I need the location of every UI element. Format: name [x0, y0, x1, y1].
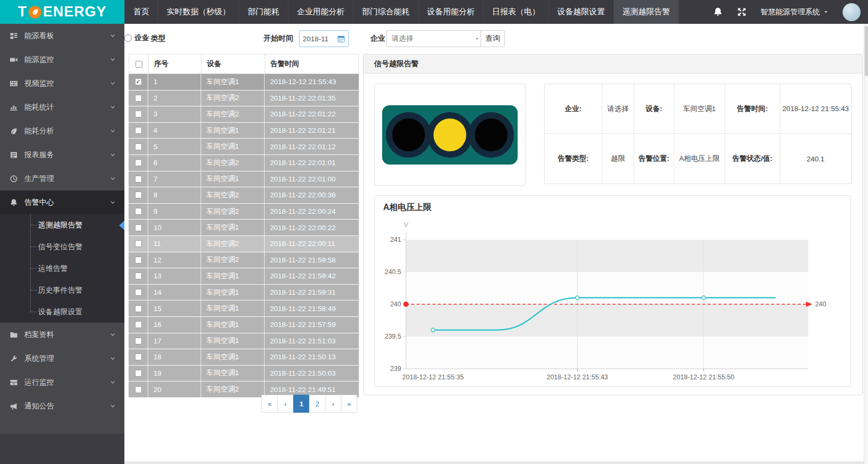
enterprise-label: 企业: [370, 34, 385, 43]
nav-item[interactable]: 设备越限设置: [548, 0, 613, 24]
row-device: 车间空调2: [201, 236, 264, 252]
chevron-down-icon: [110, 356, 116, 362]
row-checkbox[interactable]: [135, 159, 142, 166]
page-button[interactable]: ›: [325, 395, 341, 413]
sidebar-item[interactable]: 报表服务: [0, 143, 124, 167]
start-time-input[interactable]: 2018-11: [299, 30, 349, 47]
type-radio-option[interactable]: 设备: [124, 33, 149, 43]
sidebar-item-alarm-center[interactable]: 告警中心: [0, 190, 124, 214]
nav-item[interactable]: 遥测越限告警: [613, 0, 679, 24]
vertical-scrollbar[interactable]: [864, 24, 868, 464]
row-checkbox[interactable]: [135, 192, 142, 198]
sidebar-subitem[interactable]: 信号变位告警: [0, 236, 124, 258]
nav-item[interactable]: 首页: [124, 0, 158, 24]
page-button[interactable]: ‹: [277, 395, 294, 413]
radio-icon: [124, 34, 132, 42]
row-device: 车间空调2: [201, 155, 264, 171]
sidebar-item[interactable]: 通知公告: [0, 394, 124, 418]
bell-icon[interactable]: [713, 7, 723, 17]
table-row[interactable]: 4 车间空调1 2018-11-22 22:01:21: [129, 123, 359, 139]
row-checkbox[interactable]: [135, 240, 142, 247]
table-row[interactable]: 12 车间空调2 2018-11-22 21:59:58: [129, 252, 359, 269]
page-button[interactable]: 2: [309, 395, 326, 413]
table-row[interactable]: 16 车间空调1 2018-11-22 21:57:59: [129, 317, 359, 333]
table-row[interactable]: 11 车间空调2 2018-11-22 22:00:11: [129, 236, 359, 252]
row-time: 2018-11-22 21:59:42: [264, 268, 359, 284]
sidebar-item[interactable]: 运行监控: [0, 370, 124, 394]
row-checkbox[interactable]: [135, 386, 142, 393]
sidebar-subitem[interactable]: 遥测越限告警: [0, 214, 124, 236]
table-row[interactable]: 19 车间空调1 2018-11-22 21:50:03: [129, 366, 359, 382]
sidebar-subitem[interactable]: 运维告警: [0, 258, 124, 279]
nav-item[interactable]: 企业用能分析: [288, 0, 353, 24]
sidebar-item[interactable]: 生产管理: [0, 167, 124, 190]
row-no: 19: [148, 366, 201, 381]
row-device: 车间空调1: [201, 74, 264, 90]
sidebar-item[interactable]: 能源看板: [0, 24, 124, 48]
table-row[interactable]: 15 车间空调1 2018-11-22 21:58:49: [129, 301, 359, 317]
row-checkbox[interactable]: [135, 338, 142, 344]
table-row[interactable]: 18 车间空调1 2018-11-22 21:50:13: [129, 349, 359, 366]
row-checkbox[interactable]: [135, 143, 142, 150]
table-row[interactable]: 5 车间空调1 2018-11-22 22:01:12: [129, 139, 359, 155]
table-row[interactable]: 7 车间空调1 2018-11-22 22:01:00: [129, 171, 359, 188]
table-row[interactable]: 17 车间空调1 2018-11-22 21:51:03: [129, 333, 359, 350]
row-checkbox[interactable]: [135, 272, 142, 279]
row-checkbox[interactable]: [135, 176, 142, 183]
avatar[interactable]: [843, 3, 861, 21]
query-button[interactable]: 查询: [481, 30, 505, 47]
nav-item[interactable]: 部门能耗: [239, 0, 288, 24]
row-time: 2018-11-22 22:01:00: [264, 171, 359, 187]
sidebar-item[interactable]: 能耗统计: [0, 95, 124, 119]
voltage-chart-card: A相电压上限 239239.5240240.52412018-12-12 21:…: [374, 195, 851, 387]
bar-chart-icon: [10, 103, 18, 112]
nav-item[interactable]: 日报表（电）: [483, 0, 548, 24]
row-time: 2018-11-22 22:00:11: [264, 236, 359, 252]
sidebar-item[interactable]: 档案资料: [0, 323, 124, 347]
enterprise-select[interactable]: 请选择: [386, 30, 485, 47]
scrollbar-thumb[interactable]: [865, 26, 868, 76]
row-checkbox[interactable]: [135, 78, 142, 85]
sidebar-subitem[interactable]: 设备越限设置: [0, 301, 124, 323]
row-checkbox[interactable]: [135, 127, 142, 134]
page-button[interactable]: »: [341, 395, 357, 413]
fullscreen-icon[interactable]: [737, 7, 747, 17]
row-checkbox[interactable]: [135, 305, 142, 312]
system-name-dropdown[interactable]: 智慧能源管理系统: [761, 7, 829, 17]
table-row[interactable]: 8 车间空调2 2018-11-22 22:00:36: [129, 187, 359, 204]
row-checkbox[interactable]: [135, 208, 142, 215]
table-row[interactable]: 2 车间空调2 2018-11-22 22:01:35: [129, 90, 359, 107]
table-row[interactable]: 6 车间空调2 2018-11-22 22:01:01: [129, 155, 359, 171]
row-device: 车间空调2: [201, 381, 264, 397]
sidebar: 能源看板 能源监控 视频监控 能耗统计: [0, 24, 124, 464]
row-checkbox[interactable]: [135, 289, 142, 296]
table-row[interactable]: 1 车间空调1 2018-12-12 21:55:43: [129, 74, 359, 90]
sidebar-item[interactable]: 系统管理: [0, 347, 124, 370]
sidebar-item[interactable]: 能耗分析: [0, 119, 124, 143]
page-button[interactable]: «: [261, 395, 278, 413]
page-button[interactable]: 1: [293, 395, 310, 413]
nav-item[interactable]: 部门综合能耗: [353, 0, 418, 24]
row-checkbox[interactable]: [135, 95, 142, 102]
table-row[interactable]: 10 车间空调1 2018-11-22 22:00:22: [129, 220, 359, 236]
row-checkbox[interactable]: [135, 224, 142, 231]
select-all-checkbox[interactable]: [135, 61, 142, 68]
calendar-icon[interactable]: [337, 35, 345, 43]
sidebar-item[interactable]: 视频监控: [0, 71, 124, 95]
row-checkbox[interactable]: [135, 321, 142, 328]
table-row[interactable]: 14 车间空调1 2018-11-22 21:59:31: [129, 285, 359, 301]
table-row[interactable]: 9 车间空调2 2018-11-22 22:00:24: [129, 204, 359, 220]
row-checkbox[interactable]: [135, 257, 142, 263]
table-row[interactable]: 3 车间空调2 2018-11-22 22:01:22: [129, 106, 359, 123]
nav-item[interactable]: 设备用能分析: [418, 0, 483, 24]
sidebar-item[interactable]: 能源监控: [0, 48, 124, 71]
row-checkbox[interactable]: [135, 111, 142, 117]
nav-item[interactable]: 实时数据（秒级）: [158, 0, 239, 24]
sidebar-subitem[interactable]: 历史事件告警: [0, 279, 124, 301]
row-time: 2018-11-22 22:01:01: [264, 155, 359, 171]
table-row[interactable]: 13 车间空调1 2018-11-22 21:59:42: [129, 268, 359, 285]
logo: T ENERGY: [0, 0, 124, 24]
row-checkbox[interactable]: [135, 370, 142, 377]
row-checkbox[interactable]: [135, 353, 142, 360]
row-time: 2018-11-22 21:59:58: [264, 252, 359, 268]
